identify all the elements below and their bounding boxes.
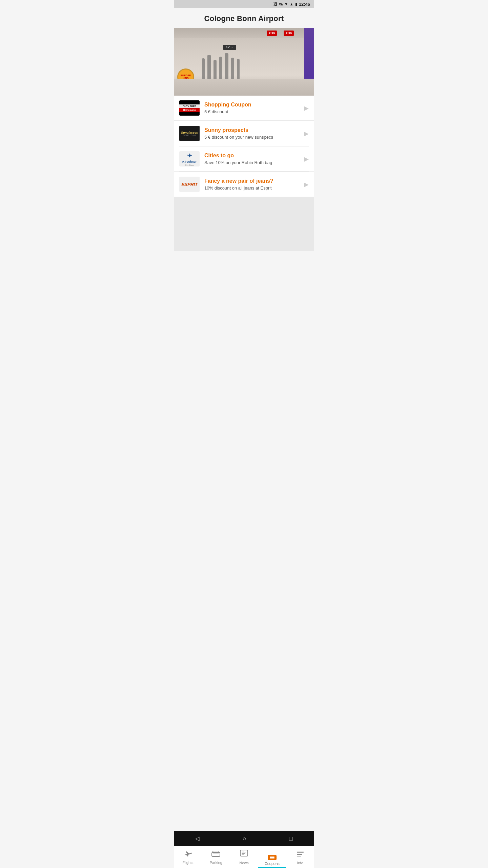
coupon-content-cities: Cities to go Save 10% on your Robin Ruth… <box>204 153 301 165</box>
person-silhouette <box>207 55 211 82</box>
person-silhouette <box>225 53 228 82</box>
sunglasses-logo: Sunglasses BOUTIQUE <box>179 126 200 141</box>
gallery-icon: 🖼 <box>273 2 277 6</box>
kirschner-brand-text: Kirschner <box>182 160 197 163</box>
coupon-content-esprit: Fancy a new pair of jeans? 10% discount … <box>204 178 301 191</box>
coupon-subtitle-esprit: 10% discount on all jeans at Esprit <box>204 185 301 191</box>
hero-price-banner-2: € 99 <box>267 31 277 36</box>
coupon-content-sunny: Sunny prospects 5 € discount on your new… <box>204 127 301 140</box>
sunglasses-brand-text: Sunglasses <box>181 131 198 134</box>
hero-image: € 99 € 99 B.C → BURGERKING <box>174 28 314 96</box>
person-silhouette <box>219 57 222 82</box>
coupons-list: DUTY FREE Heinemann Shopping Coupon 5 € … <box>174 96 314 197</box>
coupon-item-shopping[interactable]: DUTY FREE Heinemann Shopping Coupon 5 € … <box>174 96 314 121</box>
shopping-icon: 🛍 <box>279 2 283 6</box>
status-bar: 🖼 🛍 ▼ ▲ ▮ 12:46 <box>174 0 314 8</box>
kirschner-logo: ✈ Kirschner City Bags <box>179 151 200 166</box>
coupon-item-sunny[interactable]: Sunglasses BOUTIQUE Sunny prospects 5 € … <box>174 121 314 146</box>
coupon-title-cities: Cities to go <box>204 153 301 159</box>
hero-floor <box>174 79 314 96</box>
coupon-title-sunny: Sunny prospects <box>204 127 301 133</box>
signal-icon: ▲ <box>290 2 293 6</box>
coupon-subtitle-cities: Save 10% on your Robin Ruth bag <box>204 160 301 165</box>
hero-background: € 99 € 99 B.C → BURGERKING <box>174 28 314 96</box>
app-title: Cologne Bonn Airport <box>179 14 309 23</box>
heinemann-label: Heinemann <box>179 108 200 112</box>
coupon-subtitle-sunny: 5 € discount on your new sunspecs <box>204 135 301 140</box>
chevron-right-icon: ▶ <box>304 181 309 188</box>
status-time: 12:46 <box>299 2 310 7</box>
battery-icon: ▮ <box>295 2 297 6</box>
kirschner-plane-icon: ✈ <box>187 152 192 159</box>
kirschner-sub-text: City Bags <box>185 164 194 166</box>
hero-people <box>202 48 300 82</box>
empty-content-area <box>174 197 314 251</box>
chevron-right-icon: ▶ <box>304 155 309 163</box>
duty-free-label: DUTY FREE <box>179 104 200 108</box>
hero-price-banner-1: € 99 <box>284 31 294 36</box>
coupon-title-esprit: Fancy a new pair of jeans? <box>204 178 301 184</box>
duty-free-logo: DUTY FREE Heinemann <box>179 100 200 116</box>
coupon-item-cities[interactable]: ✈ Kirschner City Bags Cities to go Save … <box>174 146 314 172</box>
app-header: Cologne Bonn Airport <box>174 8 314 28</box>
chevron-right-icon: ▶ <box>304 104 309 112</box>
coupon-subtitle-shopping: 5 € discount <box>204 109 301 114</box>
coupon-title-shopping: Shopping Coupon <box>204 102 301 108</box>
chevron-right-icon: ▶ <box>304 130 309 137</box>
coupon-item-esprit[interactable]: ESPRIT Fancy a new pair of jeans? 10% di… <box>174 172 314 197</box>
esprit-brand-text: ESPRIT <box>181 182 198 187</box>
status-icons: 🖼 🛍 ▼ ▲ ▮ 12:46 <box>273 2 310 7</box>
sunglasses-sub-text: BOUTIQUE <box>183 134 196 136</box>
esprit-logo: ESPRIT <box>179 177 200 192</box>
coupon-content-shopping: Shopping Coupon 5 € discount <box>204 102 301 114</box>
wifi-icon: ▼ <box>284 2 288 6</box>
